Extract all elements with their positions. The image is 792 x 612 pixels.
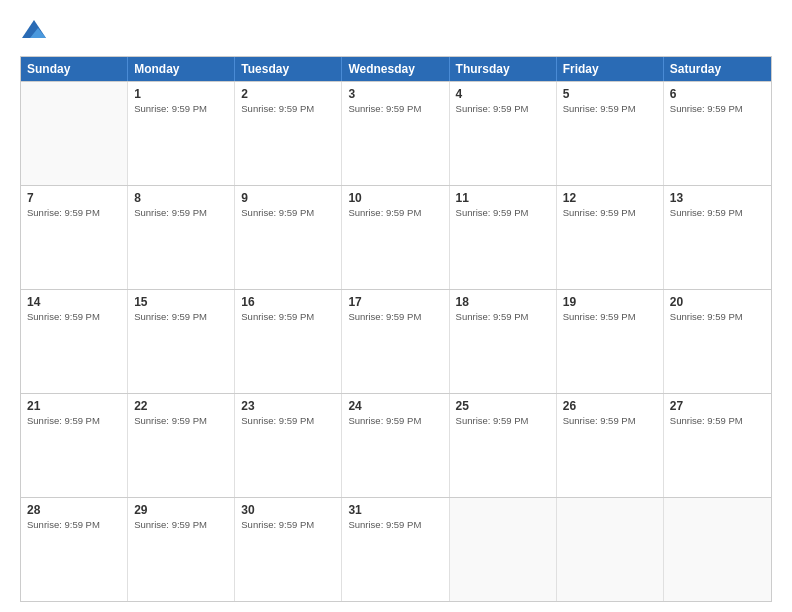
calendar-header-cell: Tuesday — [235, 57, 342, 81]
calendar-cell — [21, 82, 128, 185]
day-sunrise: Sunrise: 9:59 PM — [134, 519, 228, 530]
day-number: 26 — [563, 399, 657, 413]
calendar-header-cell: Wednesday — [342, 57, 449, 81]
calendar-cell: 24Sunrise: 9:59 PM — [342, 394, 449, 497]
calendar-cell: 28Sunrise: 9:59 PM — [21, 498, 128, 601]
calendar: SundayMondayTuesdayWednesdayThursdayFrid… — [20, 56, 772, 602]
day-sunrise: Sunrise: 9:59 PM — [134, 103, 228, 114]
day-number: 27 — [670, 399, 765, 413]
day-sunrise: Sunrise: 9:59 PM — [27, 415, 121, 426]
day-number: 21 — [27, 399, 121, 413]
day-number: 13 — [670, 191, 765, 205]
day-number: 7 — [27, 191, 121, 205]
day-number: 31 — [348, 503, 442, 517]
calendar-cell: 31Sunrise: 9:59 PM — [342, 498, 449, 601]
calendar-cell: 18Sunrise: 9:59 PM — [450, 290, 557, 393]
day-number: 16 — [241, 295, 335, 309]
calendar-cell: 25Sunrise: 9:59 PM — [450, 394, 557, 497]
day-number: 5 — [563, 87, 657, 101]
calendar-cell — [664, 498, 771, 601]
day-sunrise: Sunrise: 9:59 PM — [670, 311, 765, 322]
day-sunrise: Sunrise: 9:59 PM — [241, 519, 335, 530]
day-number: 8 — [134, 191, 228, 205]
day-sunrise: Sunrise: 9:59 PM — [456, 415, 550, 426]
day-number: 22 — [134, 399, 228, 413]
day-sunrise: Sunrise: 9:59 PM — [456, 103, 550, 114]
day-number: 20 — [670, 295, 765, 309]
calendar-cell: 17Sunrise: 9:59 PM — [342, 290, 449, 393]
day-number: 24 — [348, 399, 442, 413]
day-number: 23 — [241, 399, 335, 413]
calendar-week-3: 14Sunrise: 9:59 PM15Sunrise: 9:59 PM16Su… — [21, 289, 771, 393]
day-sunrise: Sunrise: 9:59 PM — [670, 207, 765, 218]
day-sunrise: Sunrise: 9:59 PM — [241, 207, 335, 218]
day-number: 15 — [134, 295, 228, 309]
day-sunrise: Sunrise: 9:59 PM — [134, 207, 228, 218]
day-sunrise: Sunrise: 9:59 PM — [670, 415, 765, 426]
day-sunrise: Sunrise: 9:59 PM — [134, 415, 228, 426]
day-number: 29 — [134, 503, 228, 517]
page: SundayMondayTuesdayWednesdayThursdayFrid… — [0, 0, 792, 612]
day-sunrise: Sunrise: 9:59 PM — [348, 207, 442, 218]
day-number: 14 — [27, 295, 121, 309]
day-sunrise: Sunrise: 9:59 PM — [27, 207, 121, 218]
day-sunrise: Sunrise: 9:59 PM — [348, 103, 442, 114]
day-sunrise: Sunrise: 9:59 PM — [563, 103, 657, 114]
calendar-cell: 7Sunrise: 9:59 PM — [21, 186, 128, 289]
calendar-header-cell: Thursday — [450, 57, 557, 81]
day-number: 18 — [456, 295, 550, 309]
day-number: 25 — [456, 399, 550, 413]
day-number: 3 — [348, 87, 442, 101]
calendar-cell: 9Sunrise: 9:59 PM — [235, 186, 342, 289]
day-sunrise: Sunrise: 9:59 PM — [348, 311, 442, 322]
calendar-cell: 13Sunrise: 9:59 PM — [664, 186, 771, 289]
calendar-cell: 19Sunrise: 9:59 PM — [557, 290, 664, 393]
calendar-cell: 1Sunrise: 9:59 PM — [128, 82, 235, 185]
calendar-cell: 30Sunrise: 9:59 PM — [235, 498, 342, 601]
calendar-header-cell: Saturday — [664, 57, 771, 81]
day-number: 4 — [456, 87, 550, 101]
day-number: 6 — [670, 87, 765, 101]
calendar-cell: 12Sunrise: 9:59 PM — [557, 186, 664, 289]
day-number: 28 — [27, 503, 121, 517]
day-sunrise: Sunrise: 9:59 PM — [348, 519, 442, 530]
calendar-cell: 22Sunrise: 9:59 PM — [128, 394, 235, 497]
calendar-cell: 2Sunrise: 9:59 PM — [235, 82, 342, 185]
calendar-cell: 21Sunrise: 9:59 PM — [21, 394, 128, 497]
day-sunrise: Sunrise: 9:59 PM — [241, 415, 335, 426]
day-sunrise: Sunrise: 9:59 PM — [27, 311, 121, 322]
calendar-header-cell: Friday — [557, 57, 664, 81]
calendar-cell: 15Sunrise: 9:59 PM — [128, 290, 235, 393]
calendar-cell: 5Sunrise: 9:59 PM — [557, 82, 664, 185]
calendar-cell: 16Sunrise: 9:59 PM — [235, 290, 342, 393]
calendar-cell: 14Sunrise: 9:59 PM — [21, 290, 128, 393]
calendar-cell: 10Sunrise: 9:59 PM — [342, 186, 449, 289]
calendar-cell: 27Sunrise: 9:59 PM — [664, 394, 771, 497]
day-sunrise: Sunrise: 9:59 PM — [456, 207, 550, 218]
calendar-cell: 20Sunrise: 9:59 PM — [664, 290, 771, 393]
day-number: 17 — [348, 295, 442, 309]
day-sunrise: Sunrise: 9:59 PM — [563, 311, 657, 322]
calendar-week-2: 7Sunrise: 9:59 PM8Sunrise: 9:59 PM9Sunri… — [21, 185, 771, 289]
calendar-cell — [450, 498, 557, 601]
calendar-cell: 3Sunrise: 9:59 PM — [342, 82, 449, 185]
calendar-week-4: 21Sunrise: 9:59 PM22Sunrise: 9:59 PM23Su… — [21, 393, 771, 497]
day-sunrise: Sunrise: 9:59 PM — [456, 311, 550, 322]
calendar-cell: 29Sunrise: 9:59 PM — [128, 498, 235, 601]
day-number: 2 — [241, 87, 335, 101]
calendar-cell — [557, 498, 664, 601]
day-number: 10 — [348, 191, 442, 205]
day-number: 19 — [563, 295, 657, 309]
calendar-cell: 23Sunrise: 9:59 PM — [235, 394, 342, 497]
calendar-cell: 4Sunrise: 9:59 PM — [450, 82, 557, 185]
day-sunrise: Sunrise: 9:59 PM — [670, 103, 765, 114]
day-sunrise: Sunrise: 9:59 PM — [134, 311, 228, 322]
calendar-week-1: 1Sunrise: 9:59 PM2Sunrise: 9:59 PM3Sunri… — [21, 81, 771, 185]
day-number: 30 — [241, 503, 335, 517]
calendar-header-row: SundayMondayTuesdayWednesdayThursdayFrid… — [21, 57, 771, 81]
logo-icon — [20, 18, 48, 46]
day-sunrise: Sunrise: 9:59 PM — [241, 103, 335, 114]
header — [20, 18, 772, 46]
day-sunrise: Sunrise: 9:59 PM — [27, 519, 121, 530]
calendar-cell: 26Sunrise: 9:59 PM — [557, 394, 664, 497]
